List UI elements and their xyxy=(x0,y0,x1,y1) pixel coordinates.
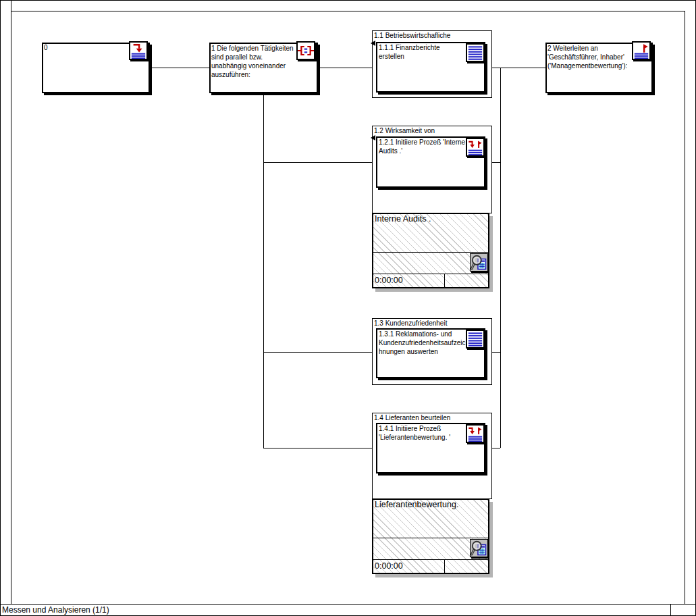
activity-1-1-1-text: 1.1.1 Finanzberichte erstellen xyxy=(379,43,440,61)
connector-branch-right-vertical xyxy=(500,68,501,448)
group-label-1-1: 1.1 Betriebswirtschafliche xyxy=(374,32,450,40)
parallel-split-icon xyxy=(296,41,315,60)
subprocess-duration: 0:00:00 xyxy=(375,561,403,571)
activity-1-3-1-text: 1.3.1 Reklamations- und Kundenzufriedenh… xyxy=(379,330,465,356)
subprocess-divider xyxy=(372,538,489,538)
subprocess-title: Interne Audits . xyxy=(375,214,431,224)
subprocess-call-icon xyxy=(466,138,485,157)
connector-branch-to-group12 xyxy=(263,162,372,163)
shape-box-0-label: 0 xyxy=(44,43,48,52)
process-exit-icon xyxy=(632,41,651,60)
connector-group12-out xyxy=(492,162,500,163)
connector-branch-left-vertical xyxy=(263,93,264,448)
subprocess-divider xyxy=(444,559,445,574)
connector-box1-group11 xyxy=(318,68,372,68)
shape-box-1-text: 1 Die folgenden Tätigkeiten sind paralle… xyxy=(211,44,294,79)
connector-group13-out xyxy=(492,352,500,353)
activity-1-4-1-text: 1.4.1 Initiiere Prozeß 'Lieferantenbewer… xyxy=(379,424,450,442)
process-diagram-window: Interne Audits . 0:00:00 Lieferantenbewe… xyxy=(0,0,696,616)
subprocess-title: Lieferantenbewertung. xyxy=(375,500,458,509)
document-lines-icon xyxy=(466,330,485,349)
subprocess-call-icon xyxy=(466,424,485,443)
subprocess-divider xyxy=(372,274,489,274)
canvas-top-rule xyxy=(11,11,685,11)
canvas-left-rule xyxy=(11,1,11,604)
connector-box0-box1 xyxy=(150,68,209,68)
subprocess-duration: 0:00:00 xyxy=(375,276,403,285)
connector-branch-to-group13 xyxy=(263,352,372,353)
document-lines-icon xyxy=(466,43,485,62)
activity-1-2-1-text: 1.2.1 Initiiere Prozeß 'Interne Audits .… xyxy=(379,138,465,155)
status-bar-right-cell xyxy=(671,605,695,615)
group-label-1-4: 1.4 Lieferanten beurteilen xyxy=(374,414,450,422)
canvas-right-rule xyxy=(685,11,685,604)
subprocess-divider xyxy=(372,252,489,253)
subprocess-divider xyxy=(444,274,445,288)
corner-fold-marker xyxy=(371,135,375,140)
shape-box-2-text: 2 Weiterleiten an 'Geschäftsführer, Inha… xyxy=(547,44,627,70)
search-document-icon[interactable] xyxy=(470,253,488,272)
subprocess-divider xyxy=(372,559,489,560)
group-label-1-3: 1.3 Kundenzufriedenheit xyxy=(374,319,447,328)
search-document-icon[interactable] xyxy=(470,539,488,557)
process-entry-icon xyxy=(129,41,148,60)
group-label-1-2: 1.2 Wirksamkeit von xyxy=(374,127,435,135)
corner-fold-marker xyxy=(371,41,375,46)
status-page-label[interactable]: Messen und Analysieren (1/1) xyxy=(2,605,109,615)
connector-branch-to-group14 xyxy=(263,448,372,448)
connector-group14-out xyxy=(492,448,500,448)
